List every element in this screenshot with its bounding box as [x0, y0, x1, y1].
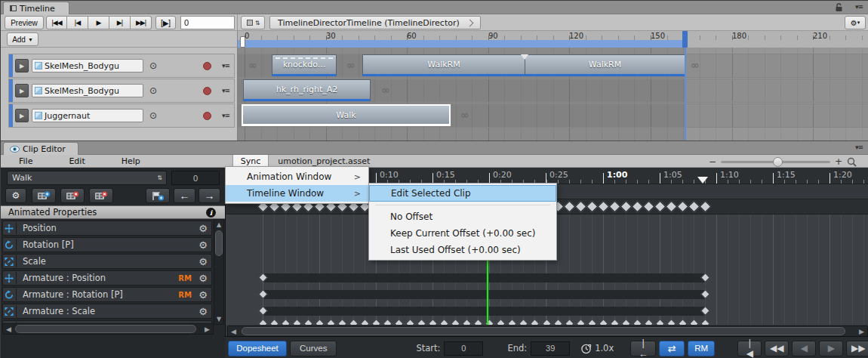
add-clip-button[interactable]: [32, 188, 56, 203]
breadcrumb[interactable]: TimelineDirectorTimeline (TimelineDirect…: [269, 16, 481, 29]
property-gear-icon[interactable]: ⚙: [199, 223, 208, 234]
clip-settings-gear-icon[interactable]: ⚙: [5, 188, 26, 203]
first-frame-button[interactable]: |◀: [737, 341, 762, 356]
property-row[interactable]: Rotation [P]⚙: [2, 237, 212, 252]
zoom-in-icon[interactable]: +: [835, 156, 842, 167]
tab-clip-editor[interactable]: Clip Editor: [3, 142, 78, 155]
hscroll-thumb-right[interactable]: [242, 327, 845, 335]
scroll-left-icon[interactable]: ◀: [231, 328, 236, 335]
properties-vertical-scrollbar[interactable]: ▲ ▼: [214, 219, 224, 325]
keyframe-diamond[interactable]: [665, 201, 677, 213]
hscroll-thumb-left[interactable]: [15, 325, 196, 333]
next-frame-button[interactable]: ▶|: [109, 16, 131, 29]
dopesheet-tab-button[interactable]: Dopesheet: [228, 341, 287, 356]
director-selector-button[interactable]: ⇅: [241, 16, 265, 29]
track-header[interactable]: ▶SkelMesh_Bodygu⊙▾≡: [8, 54, 235, 78]
property-gear-icon[interactable]: ⚙: [199, 239, 208, 251]
zoom-slider-rail[interactable]: [721, 161, 830, 163]
timeline-playhead-marker[interactable]: [682, 31, 688, 48]
add-track-button[interactable]: Add▼: [7, 32, 38, 46]
delete-clip-button[interactable]: [60, 188, 85, 203]
keyframe-diamond[interactable]: [699, 201, 711, 213]
timeline-frame0-marker[interactable]: [240, 36, 245, 48]
go-to-end-button[interactable]: ▶▶|: [131, 16, 152, 29]
clip-select-dropdown[interactable]: Walk ⇅: [7, 171, 167, 185]
start-field[interactable]: [444, 341, 483, 356]
context-menu-item[interactable]: Last Used Offset (+0.00 sec): [369, 242, 556, 258]
zoom-slider-thumb[interactable]: [773, 157, 783, 167]
track-object-field[interactable]: SkelMesh_Bodygu: [32, 59, 143, 73]
property-gear-icon[interactable]: ⚙: [199, 306, 208, 317]
track-target-icon[interactable]: ⊙: [149, 85, 157, 96]
clip[interactable]: hk_rh_right_A2: [243, 79, 371, 101]
next-key-button[interactable]: ▶▶: [846, 341, 868, 356]
curves-tab-button[interactable]: Curves: [290, 341, 337, 356]
scroll-down-icon[interactable]: ▼: [217, 316, 221, 323]
speed-value[interactable]: 1.0x: [595, 343, 614, 353]
add-bookmark-button[interactable]: [146, 188, 170, 203]
timeline-ruler[interactable]: 0306090120150180210: [237, 31, 868, 48]
vscroll-thumb[interactable]: [215, 230, 223, 256]
clip[interactable]: WalkRM: [525, 54, 685, 76]
track-object-field[interactable]: SkelMesh_Bodygu: [32, 84, 143, 97]
zoom-out-icon[interactable]: −: [709, 156, 716, 167]
keyframe-diamond[interactable]: [563, 201, 575, 213]
timeline-frame-field[interactable]: [180, 16, 235, 29]
property-gear-icon[interactable]: ⚙: [199, 273, 208, 284]
scroll-left-icon[interactable]: ◀: [6, 326, 11, 333]
context-menu-item[interactable]: Animation Window>: [226, 168, 368, 185]
play-range-button[interactable]: [▶]: [155, 16, 176, 29]
keyframe-diamond[interactable]: [586, 201, 598, 213]
track-menu-icon[interactable]: ▾≡: [222, 62, 229, 69]
track-target-icon[interactable]: ⊙: [149, 60, 157, 71]
scroll-up-icon[interactable]: ▲: [217, 221, 221, 228]
context-menu-item[interactable]: Timeline Window>: [226, 185, 368, 202]
clip[interactable]: Walk: [242, 104, 451, 126]
keyframe-diamond[interactable]: [597, 201, 609, 213]
keyframe-diamond[interactable]: [631, 201, 643, 213]
rm-toggle-button[interactable]: RM: [688, 341, 715, 356]
play-backward-button[interactable]: ◀: [792, 341, 816, 356]
record-indicator[interactable]: [203, 112, 211, 120]
end-field[interactable]: [531, 341, 570, 356]
next-bookmark-button[interactable]: →: [199, 188, 220, 203]
preview-button[interactable]: Preview: [5, 16, 44, 29]
expand-track-icon[interactable]: ▶: [15, 59, 29, 73]
properties-horizontal-scrollbar[interactable]: ◀ ▶: [2, 323, 214, 335]
keyframe-diamond[interactable]: [608, 201, 620, 213]
keyframe-range-bar[interactable]: [263, 273, 706, 282]
keyframe-diamond[interactable]: [654, 201, 666, 213]
track-header[interactable]: ▶SkelMesh_Bodygu⊙▾≡: [8, 79, 235, 103]
keyframe-range-bar[interactable]: [263, 290, 706, 299]
clip-blend-marker[interactable]: [521, 54, 528, 60]
record-indicator[interactable]: [203, 87, 211, 95]
timeline-zoom-slider[interactable]: − +: [709, 156, 857, 167]
scroll-right-icon[interactable]: ▶: [205, 326, 210, 333]
timeline-settings-gear-icon[interactable]: ⚙▾: [845, 16, 866, 29]
clip-end-marker[interactable]: [697, 177, 708, 184]
window-menu-icon[interactable]: ▾≡: [855, 3, 863, 11]
property-row[interactable]: Scale⚙: [2, 254, 212, 269]
context-menu-item[interactable]: No Offset: [369, 208, 556, 225]
keyframe-diamond[interactable]: [688, 201, 700, 213]
context-menu-item[interactable]: Keep Current Offset (+0.00 sec): [369, 225, 556, 242]
play-forward-button[interactable]: ▶: [819, 341, 843, 356]
menu-file[interactable]: File: [1, 155, 51, 168]
menu-help[interactable]: Help: [103, 155, 159, 168]
go-to-start-button[interactable]: |◀◀: [46, 16, 67, 29]
tab-timeline[interactable]: Timeline: [3, 2, 69, 14]
track-header[interactable]: ▶Juggernaut⊙▾≡: [8, 103, 235, 128]
play-button[interactable]: ▶: [88, 16, 109, 29]
previous-bookmark-button[interactable]: ←: [174, 188, 195, 203]
remove-clip-button[interactable]: [89, 188, 113, 203]
track-menu-icon[interactable]: ▾≡: [222, 112, 229, 119]
keyframe-diamond[interactable]: [620, 201, 632, 213]
keyframe-range-bar[interactable]: [263, 307, 706, 316]
property-row[interactable]: Armature : PositionRM⚙: [2, 270, 212, 285]
property-row[interactable]: Position⚙: [2, 221, 212, 236]
keyframe-diamond[interactable]: [642, 201, 654, 213]
clip-frame-field[interactable]: [171, 171, 220, 185]
property-row[interactable]: Armature : Rotation [P]RM⚙: [2, 287, 212, 302]
property-row[interactable]: Armature : Scale⚙: [2, 304, 212, 319]
clip[interactable]: WalkRM: [362, 54, 525, 76]
